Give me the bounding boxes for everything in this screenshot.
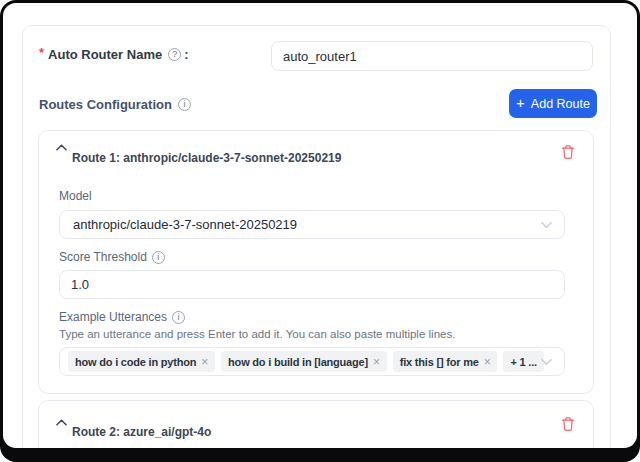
route-2-title: Route 2: azure_ai/gpt-4o <box>72 425 211 439</box>
chevron-up-icon <box>56 144 67 151</box>
chevron-down-icon <box>541 221 552 228</box>
remove-tag-icon[interactable]: × <box>373 355 380 369</box>
label-colon: : <box>184 47 188 62</box>
utterance-tag: how do i code in python× <box>68 351 215 372</box>
trash-icon <box>561 416 575 432</box>
chevron-up-icon <box>56 419 67 426</box>
model-label: Model <box>59 189 92 203</box>
score-threshold-input[interactable] <box>59 270 565 299</box>
utterances-multiselect[interactable]: how do i code in python×how do i build i… <box>59 347 565 376</box>
info-circle-icon[interactable]: i <box>152 251 165 264</box>
info-circle-icon[interactable]: i <box>178 98 191 111</box>
example-utterances-label: Example Utterances i <box>59 310 188 324</box>
utterance-tag-label: how do i code in python <box>75 356 196 368</box>
remove-tag-icon[interactable]: × <box>484 355 491 369</box>
delete-route-1-button[interactable] <box>559 142 577 162</box>
utterance-tag: fix this [] for me× <box>393 351 498 372</box>
remove-tag-icon[interactable]: × <box>201 355 208 369</box>
model-label-text: Model <box>59 189 92 203</box>
overflow-count-tag[interactable]: + 1 ... <box>503 351 543 372</box>
utterance-tags: how do i code in python×how do i build i… <box>60 351 497 372</box>
utterances-helper-text: Type an utterance and press Enter to add… <box>59 328 455 340</box>
routes-configuration-label: Routes Configuration i <box>39 97 194 112</box>
routes-configuration-label-text: Routes Configuration <box>39 97 172 112</box>
modal-content: * Auto Router Name ? : Routes Configurat… <box>3 3 637 448</box>
route-2-card: Route 2: azure_ai/gpt-4o <box>38 400 594 448</box>
collapse-route-1-button[interactable] <box>53 139 69 155</box>
auto-router-name-label-text: Auto Router Name <box>48 47 162 62</box>
add-route-button[interactable]: + Add Route <box>509 89 597 118</box>
score-threshold-label-text: Score Threshold <box>59 250 147 264</box>
chevron-down-icon <box>541 358 552 365</box>
example-utterances-label-text: Example Utterances <box>59 310 167 324</box>
auto-router-name-input[interactable] <box>271 41 593 71</box>
required-asterisk: * <box>39 45 44 60</box>
question-circle-icon[interactable]: ? <box>168 48 181 61</box>
utterance-tag: how do i build in [language]× <box>221 351 387 372</box>
route-1-card: Route 1: anthropic/claude-3-7-sonnet-202… <box>38 130 594 394</box>
info-circle-icon[interactable]: i <box>172 311 185 324</box>
route-1-title: Route 1: anthropic/claude-3-7-sonnet-202… <box>72 151 341 165</box>
plus-icon: + <box>516 95 525 110</box>
utterance-tag-label: fix this [] for me <box>400 356 479 368</box>
window-frame: * Auto Router Name ? : Routes Configurat… <box>0 0 640 462</box>
auto-router-name-label: * Auto Router Name ? : <box>39 47 189 62</box>
trash-icon <box>561 144 575 160</box>
utterance-tag-label: how do i build in [language] <box>228 356 368 368</box>
add-route-button-label: Add Route <box>531 97 590 111</box>
collapse-route-2-button[interactable] <box>53 414 69 430</box>
score-threshold-label: Score Threshold i <box>59 250 168 264</box>
delete-route-2-button[interactable] <box>559 414 577 434</box>
model-select[interactable]: anthropic/claude-3-7-sonnet-20250219 <box>59 210 565 239</box>
model-select-value: anthropic/claude-3-7-sonnet-20250219 <box>60 217 297 232</box>
